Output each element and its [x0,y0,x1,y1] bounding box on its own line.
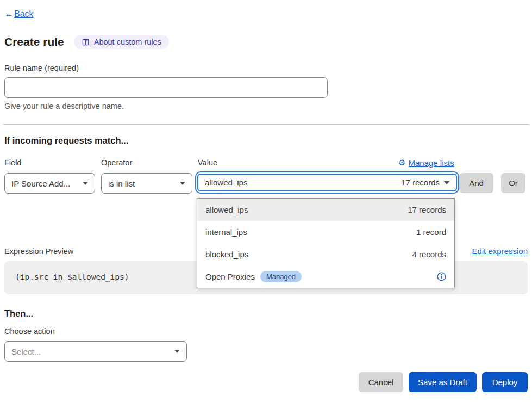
list-name: Open Proxies [205,272,255,281]
or-button[interactable]: Or [501,173,525,193]
dropdown-item-internal-ips[interactable]: internal_ips 1 record [197,221,454,243]
back-link[interactable]: ← Back [4,9,34,20]
rule-name-input[interactable] [4,77,328,98]
manage-lists-label[interactable]: Manage lists [408,158,454,168]
field-select-value: IP Source Add... [11,179,70,188]
list-name: internal_ips [205,227,247,237]
operator-label: Operator [101,158,132,167]
then-section-heading: Then... [4,308,33,319]
operator-select-value: is in list [108,179,135,188]
list-record-count: 1 record [416,227,446,237]
expression-code: (ip.src in $allowed_ips) [15,273,129,281]
about-custom-rules-badge[interactable]: About custom rules [74,35,169,49]
edit-expression-link[interactable]: Edit expression [472,246,528,256]
deploy-button[interactable]: Deploy [482,372,528,392]
section-divider [3,124,529,125]
page-title: Create rule [4,35,64,48]
value-record-count: 17 records [401,178,440,187]
list-record-count: 17 records [408,205,446,214]
create-rule-page: ← Back Create rule About custom rules Ru… [0,0,532,402]
action-select-placeholder: Select... [11,347,41,356]
and-button[interactable]: And [459,173,493,193]
chevron-down-icon [174,350,180,353]
dropdown-item-blocked-ips[interactable]: blocked_ips 4 records [197,243,454,265]
list-record-count: 4 records [412,250,446,259]
field-select[interactable]: IP Source Add... [4,173,95,194]
info-icon[interactable] [437,272,446,281]
list-name: blocked_ips [205,250,248,259]
back-arrow-icon: ← [4,9,14,20]
about-badge-label: About custom rules [94,38,161,46]
managed-badge: Managed [260,271,302,282]
dropdown-item-open-proxies[interactable]: Open Proxies Managed [197,265,454,288]
value-combobox[interactable]: allowed_ips 17 records [195,171,459,194]
action-select[interactable]: Select... [4,341,187,362]
choose-action-label: Choose action [4,327,55,336]
chevron-down-icon [444,181,449,184]
value-combobox-inner: allowed_ips 17 records [197,174,457,191]
rule-name-helper: Give your rule a descriptive name. [4,102,124,110]
dropdown-item-allowed-ips[interactable]: allowed_ips 17 records [197,199,454,221]
value-dropdown-panel: allowed_ips 17 records internal_ips 1 re… [197,198,455,288]
chevron-down-icon [180,182,185,185]
value-selected: allowed_ips [205,178,247,187]
value-label: Value [198,158,217,167]
match-section-heading: If incoming requests match... [4,135,128,146]
list-name: allowed_ips [205,205,248,214]
cancel-button[interactable]: Cancel [359,372,403,392]
back-link-label[interactable]: Back [14,9,34,19]
field-label: Field [4,158,21,167]
operator-select[interactable]: is in list [101,173,192,194]
book-icon [82,38,90,46]
chevron-down-icon [83,182,88,185]
rule-name-label: Rule name (required) [4,64,79,72]
gear-icon: ⚙ [398,158,405,168]
manage-lists-link[interactable]: ⚙ Manage lists [398,158,454,168]
expression-preview-label: Expression Preview [4,247,73,256]
title-row: Create rule About custom rules [4,35,169,49]
save-as-draft-button[interactable]: Save as Draft [409,372,477,392]
